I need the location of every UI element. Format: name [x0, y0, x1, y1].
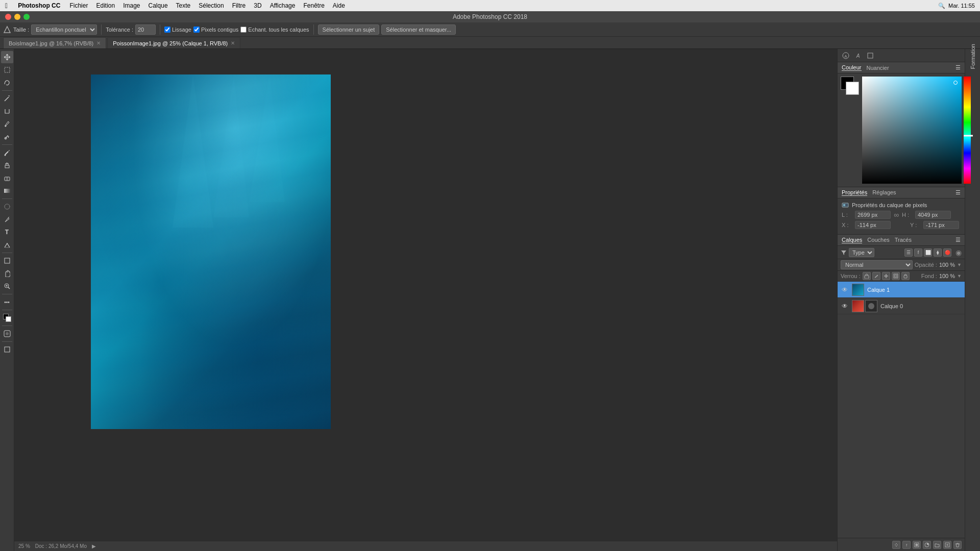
size-select[interactable]: Echantillon ponctuel	[31, 24, 97, 35]
lock-all-icon[interactable]	[901, 272, 910, 280]
couches-tab[interactable]: Couches	[867, 237, 889, 243]
filter-pixel-icon[interactable]: ☰	[904, 248, 913, 257]
add-style-icon[interactable]: f	[902, 541, 911, 549]
echant-checkbox[interactable]	[240, 27, 247, 33]
y-value[interactable]	[923, 221, 959, 229]
menu-selection[interactable]: Sélection	[194, 2, 228, 9]
menu-fichier[interactable]: Fichier	[65, 2, 92, 9]
couleur-tab[interactable]: Couleur	[842, 64, 862, 71]
arrow-status[interactable]: ▶	[92, 543, 96, 549]
new-group-icon[interactable]	[933, 541, 941, 549]
gradient-tool[interactable]	[1, 185, 13, 197]
link-layers-icon[interactable]	[892, 541, 900, 549]
nuancier-tab[interactable]: Nuancier	[867, 65, 889, 71]
filter-toggle[interactable]: ◉	[955, 248, 962, 257]
path-tool[interactable]	[1, 239, 13, 251]
hand-tool[interactable]	[1, 267, 13, 280]
filter-type-select[interactable]: Type	[849, 248, 874, 257]
quick-mask-tool[interactable]	[1, 328, 13, 340]
layer-item-calque0[interactable]: 👁 Calque 0	[838, 298, 965, 314]
tab-bois[interactable]: BoisImage1.jpg @ 16,7% (RVB/8) ✕	[3, 37, 106, 48]
menu-filtre[interactable]: Filtre	[228, 2, 250, 9]
tolerance-input[interactable]	[135, 24, 156, 35]
lock-pixels-icon[interactable]	[863, 272, 871, 280]
reglages-tab[interactable]: Réglages	[872, 189, 896, 196]
menu-calque[interactable]: Calque	[144, 2, 172, 9]
x-value[interactable]	[855, 221, 891, 229]
crop-tool[interactable]	[1, 105, 13, 117]
link-icon[interactable]: ∞	[894, 211, 899, 219]
menu-affichage[interactable]: Affichage	[266, 2, 300, 9]
tab-poisson[interactable]: PoissonImage1.jpg @ 25% (Calque 1, RVB/8…	[107, 37, 240, 48]
background-swatch[interactable]	[846, 82, 859, 95]
menu-fenetre[interactable]: Fenêtre	[299, 2, 328, 9]
menu-texte[interactable]: Texte	[172, 2, 195, 9]
move-tool[interactable]	[1, 51, 13, 63]
lasso-tool[interactable]	[1, 77, 13, 89]
blend-mode-select[interactable]: Normal Produit Superposition	[841, 260, 913, 269]
layer-visibility-calque1[interactable]: 👁	[841, 286, 849, 294]
screen-mode-tool[interactable]	[1, 343, 13, 356]
delete-layer-icon[interactable]	[953, 541, 962, 549]
filter-fx-icon[interactable]: f	[914, 248, 922, 257]
pen-tool[interactable]	[1, 213, 13, 226]
pixels-contigus-checkbox[interactable]	[193, 27, 200, 33]
wand-tool[interactable]	[1, 92, 13, 105]
filter-mask-icon[interactable]: ⬜	[924, 248, 932, 257]
color-swatches-tool[interactable]	[1, 312, 13, 324]
calques-tab[interactable]: Calques	[842, 237, 862, 243]
formation-label[interactable]: Formation	[970, 44, 976, 69]
proprietes-tab[interactable]: Propriétés	[842, 189, 867, 196]
panel-icon-3[interactable]	[865, 51, 875, 61]
apple-logo[interactable]: 	[0, 2, 13, 10]
opacity-dropdown-icon[interactable]: ▼	[957, 262, 962, 267]
zoom-tool[interactable]	[1, 280, 13, 292]
menu-image[interactable]: Image	[119, 2, 144, 9]
color-field[interactable]	[862, 77, 962, 184]
fill-dropdown-icon[interactable]: ▼	[957, 273, 962, 279]
more-tools[interactable]: •••	[1, 296, 13, 308]
layer-item-calque1[interactable]: 👁 Calque 1	[838, 282, 965, 298]
shape-tool[interactable]	[1, 255, 13, 267]
h-value[interactable]	[915, 211, 951, 219]
eyedropper-tool[interactable]	[1, 118, 13, 130]
new-layer-icon[interactable]	[943, 541, 951, 549]
marquee-tool[interactable]	[1, 64, 13, 76]
hue-strip[interactable]	[964, 77, 971, 184]
panel-icon-2[interactable]: A	[853, 51, 863, 61]
canvas-image[interactable]	[91, 74, 331, 429]
close-button[interactable]	[5, 14, 11, 20]
properties-menu[interactable]: ☰	[955, 189, 961, 196]
l-value[interactable]	[855, 211, 891, 219]
select-sujet-button[interactable]: Sélectionner un sujet	[318, 24, 380, 35]
menu-aide[interactable]: Aide	[329, 2, 349, 9]
search-icon-menu[interactable]: 🔍	[938, 3, 945, 9]
fg-bg-swatches[interactable]	[841, 77, 859, 95]
layer-visibility-calque0[interactable]: 👁	[841, 302, 849, 310]
tab-poisson-close[interactable]: ✕	[231, 40, 235, 46]
add-adjustment-icon[interactable]	[923, 541, 931, 549]
maximize-button[interactable]	[23, 14, 30, 20]
panel-menu-icon[interactable]: ☰	[955, 64, 961, 71]
calques-menu[interactable]: ☰	[955, 237, 961, 243]
add-mask-icon[interactable]	[913, 541, 921, 549]
lock-move-icon[interactable]	[882, 272, 890, 280]
filter-color-icon[interactable]: 🔴	[943, 248, 951, 257]
blur-tool[interactable]	[1, 201, 13, 213]
select-mask-button[interactable]: Sélectionner et masquer...	[381, 24, 456, 35]
tab-bois-close[interactable]: ✕	[96, 40, 101, 46]
menu-edition[interactable]: Edition	[92, 2, 119, 9]
traces-tab[interactable]: Tracés	[895, 237, 912, 243]
panel-icon-1[interactable]: A	[841, 51, 851, 61]
lissage-checkbox[interactable]	[164, 27, 170, 33]
minimize-button[interactable]	[14, 14, 20, 20]
lock-artboard-icon[interactable]	[892, 272, 900, 280]
filter-smart-icon[interactable]: ⧫	[934, 248, 942, 257]
text-tool[interactable]: T	[1, 226, 13, 238]
clone-tool[interactable]	[1, 159, 13, 171]
lock-brush-icon[interactable]	[872, 272, 880, 280]
brush-tool[interactable]	[1, 146, 13, 159]
formation-toggle[interactable]: Formation	[967, 51, 978, 62]
healing-tool[interactable]	[1, 131, 13, 143]
menu-3d[interactable]: 3D	[250, 2, 265, 9]
